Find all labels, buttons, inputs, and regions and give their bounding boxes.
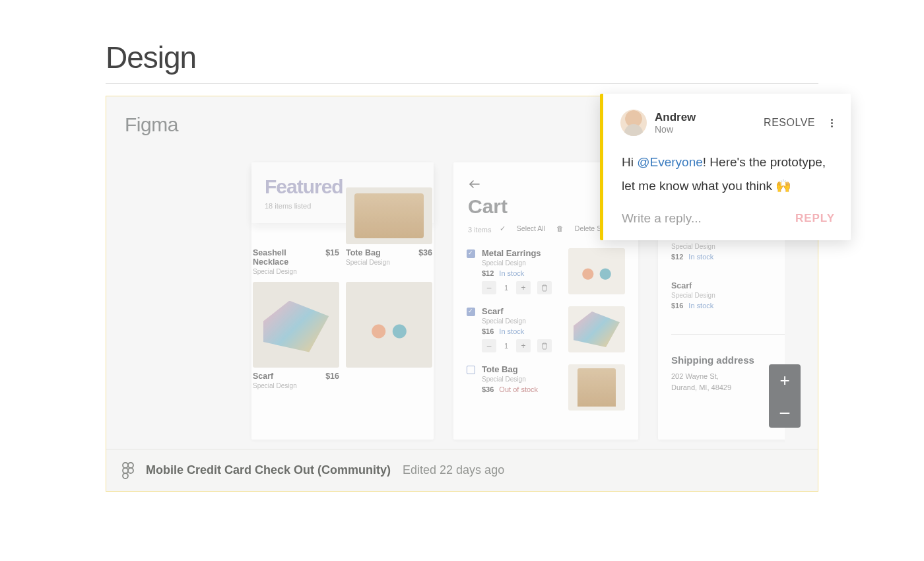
cart-item-stock: Out of stock — [499, 385, 538, 393]
cart-item-stock: In stock — [499, 327, 524, 335]
cart-item-price: $16 — [482, 327, 494, 335]
cart-item-name: Metal Earrings — [482, 248, 562, 258]
checkout-item-stock: In stock — [688, 302, 713, 310]
figma-embed: Figma Featured 18 items listed Sort Filt… — [106, 96, 818, 492]
resolve-button[interactable]: RESOLVE — [764, 117, 815, 129]
back-arrow-icon[interactable] — [468, 180, 481, 191]
cart-item[interactable]: Scarf Special Design $16In stock – 1 + — [467, 306, 625, 352]
quantity-stepper[interactable]: – 1 + — [482, 339, 562, 352]
cart-item-sub: Special Design — [482, 259, 562, 267]
product-name: Tote Bag — [346, 248, 381, 257]
cart-item-sub: Special Design — [482, 376, 562, 383]
qty-value: 1 — [498, 284, 515, 292]
figma-logo-icon — [122, 462, 134, 479]
more-menu-icon[interactable] — [826, 117, 838, 129]
cart-item-name: Scarf — [482, 306, 562, 316]
cart-count: 3 items — [468, 226, 491, 234]
qty-plus-button[interactable]: + — [516, 281, 531, 294]
comment-time: Now — [655, 124, 696, 135]
checkout-items: Special Design $12In stock Scarf Special… — [671, 242, 785, 393]
product-card[interactable]: Seashell Necklace $15 Special Design — [253, 244, 339, 275]
qty-value: 1 — [498, 342, 515, 350]
product-thumb — [346, 282, 432, 368]
checkout-item-stock: In stock — [688, 253, 713, 261]
cart-item-sub: Special Design — [482, 317, 562, 325]
cart-item-price: $12 — [482, 269, 494, 277]
product-price: $16 — [325, 372, 339, 381]
product-price: $15 — [325, 248, 339, 257]
qty-minus-button[interactable]: – — [482, 339, 496, 352]
checkout-item-price: $12 — [671, 253, 683, 261]
svg-point-1 — [128, 463, 133, 468]
cart-title: Cart — [468, 195, 508, 218]
svg-point-2 — [128, 468, 133, 473]
checkbox-icon[interactable] — [467, 366, 475, 374]
cart-item-thumb — [568, 306, 625, 352]
checkbox-icon[interactable] — [467, 249, 475, 258]
product-card[interactable]: Scarf $16 Special Design — [253, 282, 339, 389]
checkout-item-sub: Special Design — [671, 243, 785, 250]
cart-items: Metal Earrings Special Design $12In stoc… — [467, 248, 625, 411]
reply-input[interactable] — [622, 211, 795, 226]
checkout-item-sub: Special Design — [671, 292, 785, 299]
product-subtitle: Special Design — [253, 268, 339, 275]
comment-author: Andrew — [655, 111, 696, 124]
checkout-item-name: Scarf — [671, 281, 785, 290]
product-name: Seashell Necklace — [253, 248, 306, 267]
quantity-stepper[interactable]: – 1 + — [482, 281, 562, 294]
product-grid: Seashell Necklace $15 Special Design Tot… — [251, 248, 434, 389]
product-subtitle: Special Design — [346, 259, 432, 266]
qty-minus-button[interactable]: – — [482, 281, 496, 294]
product-thumb — [253, 282, 339, 368]
checkout-item: Special Design $12In stock — [671, 242, 785, 271]
product-card[interactable]: Tote Bag $36 Special Design — [346, 248, 432, 275]
svg-point-3 — [123, 468, 128, 473]
cart-item-thumb — [568, 248, 625, 294]
trash-icon[interactable] — [537, 339, 552, 352]
product-price: $36 — [418, 248, 432, 257]
shipping-address: 202 Wayne St, Durand, MI, 48429 — [671, 371, 785, 393]
product-name: Scarf — [253, 372, 273, 381]
product-thumb — [346, 187, 432, 244]
cart-item-price: $36 — [482, 385, 494, 393]
comment-body: Hi @Everyone! Here's the prototype, let … — [603, 140, 851, 206]
cart-item-thumb — [568, 364, 625, 411]
product-subtitle: Special Design — [253, 382, 339, 389]
section-divider — [106, 83, 818, 84]
cart-item[interactable]: Tote Bag Special Design $36Out of stock — [467, 364, 625, 411]
svg-point-4 — [123, 473, 128, 478]
svg-point-0 — [123, 463, 128, 468]
artboard-featured[interactable]: Featured 18 items listed Sort Filter Sea… — [251, 162, 434, 440]
checkbox-icon[interactable] — [467, 308, 475, 316]
cart-item[interactable]: Metal Earrings Special Design $12In stoc… — [467, 248, 625, 294]
comment-card: Andrew Now RESOLVE Hi @Everyone! Here's … — [600, 94, 851, 240]
qty-plus-button[interactable]: + — [516, 339, 531, 352]
zoom-in-button[interactable]: + — [769, 364, 801, 396]
file-name[interactable]: Mobile Credit Card Check Out (Community) — [146, 463, 391, 477]
checkout-item-price: $16 — [671, 302, 683, 310]
cart-item-stock: In stock — [499, 269, 524, 277]
mention[interactable]: @Everyone — [637, 155, 703, 169]
cart-item-name: Tote Bag — [482, 364, 562, 374]
zoom-controls: + – — [769, 364, 801, 428]
shipping-title: Shipping address — [671, 354, 785, 366]
section-title: Design — [106, 40, 818, 75]
file-edited-label: Edited 22 days ago — [403, 463, 504, 477]
product-card[interactable] — [346, 282, 432, 389]
avatar — [620, 110, 647, 136]
embed-footer: Mobile Credit Card Check Out (Community)… — [106, 449, 818, 491]
select-all-button[interactable]: ✓ Select All — [500, 224, 545, 232]
checkout-item: Scarf Special Design $16In stock — [671, 281, 785, 310]
checkout-divider — [671, 334, 785, 335]
reply-button[interactable]: REPLY — [795, 212, 835, 225]
trash-icon[interactable] — [537, 281, 552, 294]
zoom-out-button[interactable]: – — [769, 396, 801, 428]
